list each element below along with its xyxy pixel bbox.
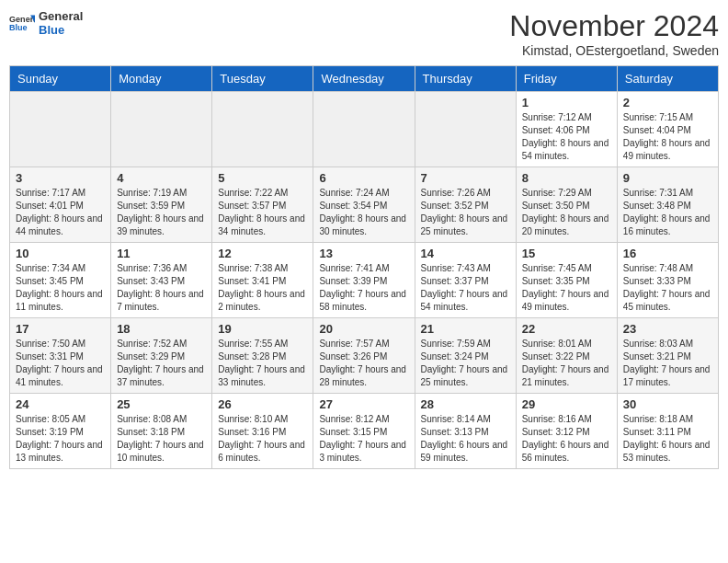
calendar-cell: 2Sunrise: 7:15 AM Sunset: 4:04 PM Daylig… — [617, 92, 718, 167]
calendar-cell: 12Sunrise: 7:38 AM Sunset: 3:41 PM Dayli… — [212, 243, 313, 318]
calendar-cell: 13Sunrise: 7:41 AM Sunset: 3:39 PM Dayli… — [313, 243, 415, 318]
calendar-week-row: 3Sunrise: 7:17 AM Sunset: 4:01 PM Daylig… — [10, 167, 719, 243]
calendar-cell: 17Sunrise: 7:50 AM Sunset: 3:31 PM Dayli… — [10, 318, 111, 394]
day-info: Sunrise: 7:55 AM Sunset: 3:28 PM Dayligh… — [218, 338, 307, 389]
day-info: Sunrise: 7:43 AM Sunset: 3:37 PM Dayligh… — [421, 262, 510, 314]
calendar-cell: 22Sunrise: 8:01 AM Sunset: 3:22 PM Dayli… — [516, 318, 617, 394]
svg-text:Blue: Blue — [9, 23, 28, 32]
day-number: 25 — [117, 397, 206, 411]
day-info: Sunrise: 7:12 AM Sunset: 4:06 PM Dayligh… — [522, 111, 611, 163]
day-number: 6 — [319, 171, 408, 185]
calendar-cell: 11Sunrise: 7:36 AM Sunset: 3:43 PM Dayli… — [111, 243, 212, 318]
day-info: Sunrise: 7:31 AM Sunset: 3:48 PM Dayligh… — [623, 187, 712, 238]
logo: General Blue General Blue — [9, 9, 83, 37]
calendar-cell: 15Sunrise: 7:45 AM Sunset: 3:35 PM Dayli… — [516, 243, 617, 318]
calendar-cell: 4Sunrise: 7:19 AM Sunset: 3:59 PM Daylig… — [111, 167, 212, 243]
day-of-week-header: Saturday — [617, 66, 718, 92]
calendar-cell: 23Sunrise: 8:03 AM Sunset: 3:21 PM Dayli… — [617, 318, 718, 394]
day-info: Sunrise: 8:05 AM Sunset: 3:19 PM Dayligh… — [16, 413, 105, 465]
day-number: 21 — [421, 322, 510, 336]
calendar-cell: 5Sunrise: 7:22 AM Sunset: 3:57 PM Daylig… — [212, 167, 313, 243]
day-of-week-header: Friday — [516, 66, 617, 92]
calendar-cell: 30Sunrise: 8:18 AM Sunset: 3:11 PM Dayli… — [617, 394, 718, 469]
calendar-cell: 24Sunrise: 8:05 AM Sunset: 3:19 PM Dayli… — [10, 394, 111, 469]
calendar-table: SundayMondayTuesdayWednesdayThursdayFrid… — [9, 65, 719, 469]
day-number: 24 — [16, 397, 105, 411]
day-number: 13 — [319, 247, 408, 260]
day-number: 19 — [218, 322, 307, 336]
day-info: Sunrise: 8:18 AM Sunset: 3:11 PM Dayligh… — [623, 413, 712, 465]
day-number: 1 — [522, 96, 611, 109]
day-info: Sunrise: 7:45 AM Sunset: 3:35 PM Dayligh… — [522, 262, 611, 314]
day-number: 18 — [117, 322, 206, 336]
calendar-cell: 8Sunrise: 7:29 AM Sunset: 3:50 PM Daylig… — [516, 167, 617, 243]
calendar-week-row: 1Sunrise: 7:12 AM Sunset: 4:06 PM Daylig… — [10, 92, 719, 167]
day-info: Sunrise: 7:48 AM Sunset: 3:33 PM Dayligh… — [623, 262, 712, 314]
calendar-header-row: SundayMondayTuesdayWednesdayThursdayFrid… — [10, 66, 719, 92]
day-number: 22 — [522, 322, 611, 336]
day-number: 26 — [218, 397, 307, 411]
calendar-cell — [415, 92, 516, 167]
day-number: 20 — [319, 322, 408, 336]
day-info: Sunrise: 7:19 AM Sunset: 3:59 PM Dayligh… — [117, 187, 206, 238]
day-number: 30 — [623, 397, 712, 411]
day-of-week-header: Tuesday — [212, 66, 313, 92]
calendar-cell: 6Sunrise: 7:24 AM Sunset: 3:54 PM Daylig… — [313, 167, 415, 243]
calendar-cell: 20Sunrise: 7:57 AM Sunset: 3:26 PM Dayli… — [313, 318, 415, 394]
calendar-cell: 10Sunrise: 7:34 AM Sunset: 3:45 PM Dayli… — [10, 243, 111, 318]
day-info: Sunrise: 7:57 AM Sunset: 3:26 PM Dayligh… — [319, 338, 408, 389]
calendar-week-row: 24Sunrise: 8:05 AM Sunset: 3:19 PM Dayli… — [10, 394, 719, 469]
day-number: 5 — [218, 171, 307, 185]
day-info: Sunrise: 7:22 AM Sunset: 3:57 PM Dayligh… — [218, 187, 307, 238]
day-number: 3 — [16, 171, 105, 185]
day-of-week-header: Wednesday — [313, 66, 415, 92]
day-info: Sunrise: 7:41 AM Sunset: 3:39 PM Dayligh… — [319, 262, 408, 314]
day-number: 7 — [421, 171, 510, 185]
day-of-week-header: Monday — [111, 66, 212, 92]
day-info: Sunrise: 7:17 AM Sunset: 4:01 PM Dayligh… — [16, 187, 105, 238]
calendar-cell — [111, 92, 212, 167]
calendar-week-row: 10Sunrise: 7:34 AM Sunset: 3:45 PM Dayli… — [10, 243, 719, 318]
calendar-week-row: 17Sunrise: 7:50 AM Sunset: 3:31 PM Dayli… — [10, 318, 719, 394]
logo-general: General — [39, 9, 83, 23]
calendar-cell — [10, 92, 111, 167]
day-of-week-header: Sunday — [10, 66, 111, 92]
logo-blue: Blue — [39, 23, 83, 37]
calendar-cell: 29Sunrise: 8:16 AM Sunset: 3:12 PM Dayli… — [516, 394, 617, 469]
day-info: Sunrise: 7:36 AM Sunset: 3:43 PM Dayligh… — [117, 262, 206, 314]
day-info: Sunrise: 8:10 AM Sunset: 3:16 PM Dayligh… — [218, 413, 307, 465]
day-info: Sunrise: 7:34 AM Sunset: 3:45 PM Dayligh… — [16, 262, 105, 314]
calendar-cell: 27Sunrise: 8:12 AM Sunset: 3:15 PM Dayli… — [313, 394, 415, 469]
day-number: 2 — [623, 96, 712, 109]
day-info: Sunrise: 7:29 AM Sunset: 3:50 PM Dayligh… — [522, 187, 611, 238]
day-info: Sunrise: 8:03 AM Sunset: 3:21 PM Dayligh… — [623, 338, 712, 389]
calendar-cell: 18Sunrise: 7:52 AM Sunset: 3:29 PM Dayli… — [111, 318, 212, 394]
calendar-cell: 26Sunrise: 8:10 AM Sunset: 3:16 PM Dayli… — [212, 394, 313, 469]
day-number: 16 — [623, 247, 712, 260]
location: Kimstad, OEstergoetland, Sweden — [509, 43, 719, 58]
calendar-cell — [313, 92, 415, 167]
day-number: 8 — [522, 171, 611, 185]
day-info: Sunrise: 7:15 AM Sunset: 4:04 PM Dayligh… — [623, 111, 712, 163]
day-number: 14 — [421, 247, 510, 260]
day-info: Sunrise: 8:14 AM Sunset: 3:13 PM Dayligh… — [421, 413, 510, 465]
calendar-cell: 7Sunrise: 7:26 AM Sunset: 3:52 PM Daylig… — [415, 167, 516, 243]
day-number: 4 — [117, 171, 206, 185]
day-info: Sunrise: 7:24 AM Sunset: 3:54 PM Dayligh… — [319, 187, 408, 238]
calendar-cell: 16Sunrise: 7:48 AM Sunset: 3:33 PM Dayli… — [617, 243, 718, 318]
day-number: 17 — [16, 322, 105, 336]
calendar-cell: 28Sunrise: 8:14 AM Sunset: 3:13 PM Dayli… — [415, 394, 516, 469]
page-header: General Blue General Blue November 2024 … — [9, 9, 719, 58]
day-number: 28 — [421, 397, 510, 411]
day-info: Sunrise: 7:38 AM Sunset: 3:41 PM Dayligh… — [218, 262, 307, 314]
day-info: Sunrise: 7:26 AM Sunset: 3:52 PM Dayligh… — [421, 187, 510, 238]
calendar-cell: 3Sunrise: 7:17 AM Sunset: 4:01 PM Daylig… — [10, 167, 111, 243]
day-number: 29 — [522, 397, 611, 411]
day-number: 27 — [319, 397, 408, 411]
day-number: 12 — [218, 247, 307, 260]
day-info: Sunrise: 7:59 AM Sunset: 3:24 PM Dayligh… — [421, 338, 510, 389]
day-info: Sunrise: 8:01 AM Sunset: 3:22 PM Dayligh… — [522, 338, 611, 389]
day-info: Sunrise: 8:08 AM Sunset: 3:18 PM Dayligh… — [117, 413, 206, 465]
calendar-cell: 19Sunrise: 7:55 AM Sunset: 3:28 PM Dayli… — [212, 318, 313, 394]
month-title: November 2024 — [509, 9, 719, 43]
